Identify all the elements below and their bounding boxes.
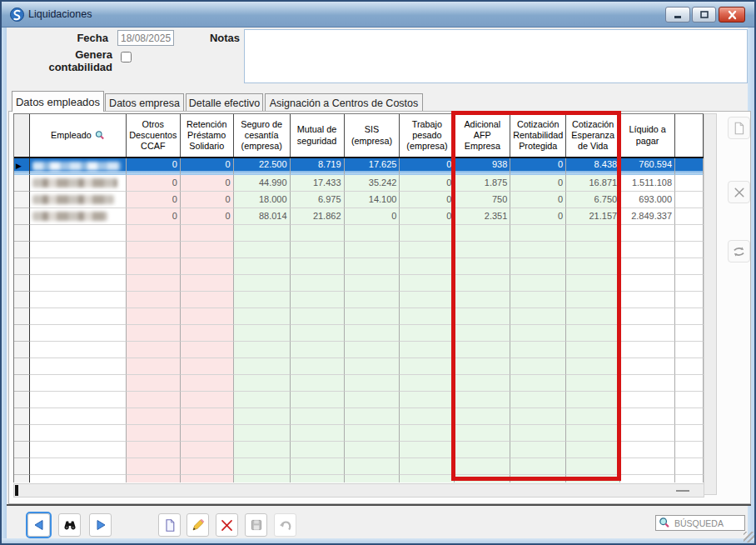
minimize-button[interactable] xyxy=(665,7,690,22)
row-selector-cell[interactable] xyxy=(14,292,30,308)
grid-cell[interactable]: 8.438 xyxy=(566,158,620,175)
grid-cell[interactable]: 0 xyxy=(400,192,455,208)
grid-cell[interactable] xyxy=(181,358,234,375)
grid-row[interactable] xyxy=(14,242,704,258)
grid-cell[interactable]: 44.990 xyxy=(234,175,291,192)
vertical-scrollbar[interactable] xyxy=(704,113,717,495)
grid-cell[interactable]: 0 xyxy=(127,208,181,225)
grid-row[interactable] xyxy=(14,258,704,275)
row-selector-cell[interactable] xyxy=(14,258,30,275)
grid-cell[interactable]: 21.157 xyxy=(566,208,620,225)
grid-cell[interactable] xyxy=(345,425,400,442)
grid-cell[interactable] xyxy=(566,375,620,392)
grid-cell[interactable] xyxy=(455,242,510,258)
grid-cell[interactable] xyxy=(400,258,455,275)
grid-cell[interactable] xyxy=(510,358,566,375)
grid-row[interactable] xyxy=(14,275,704,292)
grid-cell[interactable]: 750 xyxy=(455,192,510,208)
grid-cell[interactable] xyxy=(234,358,291,375)
grid-cell[interactable] xyxy=(620,475,675,482)
grid-cell[interactable] xyxy=(30,242,127,258)
grid-cell[interactable] xyxy=(30,308,127,325)
grid-cell[interactable] xyxy=(234,308,291,325)
grid-cell[interactable] xyxy=(400,358,455,375)
grid-cell[interactable] xyxy=(127,392,181,408)
grid-header-cell-3[interactable]: Seguro decesantía(empresa) xyxy=(234,114,291,157)
grid-row[interactable] xyxy=(14,442,704,458)
grid-cell[interactable] xyxy=(620,325,675,342)
grid-cell[interactable] xyxy=(291,242,345,258)
grid-cell[interactable]: 0 xyxy=(400,175,455,192)
grid-cell[interactable] xyxy=(455,442,510,458)
grid-row[interactable]: 0044.99017.43335.24201.875016.8711.511.1… xyxy=(14,175,704,192)
grid-cell[interactable]: 0 xyxy=(510,158,566,175)
grid-cell[interactable] xyxy=(30,225,127,242)
grid-cell[interactable] xyxy=(400,425,455,442)
grid-cell[interactable] xyxy=(455,258,510,275)
grid-cell[interactable] xyxy=(291,425,345,442)
grid-cell[interactable] xyxy=(620,408,675,425)
grid-cell[interactable] xyxy=(181,225,234,242)
grid-row[interactable] xyxy=(14,292,704,308)
grid-cell[interactable] xyxy=(675,342,704,358)
grid-cell[interactable] xyxy=(30,192,127,208)
grid-cell[interactable] xyxy=(566,458,620,475)
grid-cell[interactable] xyxy=(566,308,620,325)
grid-header-cell-6[interactable]: Trabajopesado(empresa) xyxy=(400,114,455,157)
grid-cell[interactable]: 760.594 xyxy=(620,158,675,175)
grid-cell[interactable] xyxy=(234,292,291,308)
grid-cell[interactable] xyxy=(510,342,566,358)
grid-cell[interactable] xyxy=(566,475,620,482)
row-selector-cell[interactable] xyxy=(14,458,30,475)
grid-cell[interactable] xyxy=(234,408,291,425)
grid-cell[interactable] xyxy=(455,358,510,375)
grid-cell[interactable] xyxy=(455,325,510,342)
grid-header-cell-0[interactable]: Empleado xyxy=(30,114,127,157)
grid-cell[interactable] xyxy=(30,425,127,442)
grid-cell[interactable] xyxy=(30,392,127,408)
grid-cell[interactable] xyxy=(345,258,400,275)
grid-cell[interactable]: 22.500 xyxy=(234,158,291,175)
grid-row[interactable]: 0088.01421.862002.351021.1572.849.337 xyxy=(14,208,704,225)
grid-row[interactable] xyxy=(14,475,704,482)
row-selector-cell[interactable] xyxy=(14,275,30,292)
grid-cell[interactable] xyxy=(455,225,510,242)
grid-cell[interactable] xyxy=(566,225,620,242)
grid-cell[interactable] xyxy=(566,358,620,375)
grid-cell[interactable] xyxy=(620,458,675,475)
grid-cell[interactable] xyxy=(127,458,181,475)
row-selector-cell[interactable] xyxy=(14,208,30,225)
grid-cell[interactable]: 0 xyxy=(181,175,234,192)
grid-row[interactable] xyxy=(14,425,704,442)
grid-cell[interactable] xyxy=(400,325,455,342)
grid-cell[interactable] xyxy=(181,425,234,442)
grid-cell[interactable] xyxy=(30,275,127,292)
grid-cell[interactable] xyxy=(291,292,345,308)
row-selector-cell[interactable] xyxy=(14,225,30,242)
grid-cell[interactable] xyxy=(510,408,566,425)
notas-textarea[interactable] xyxy=(244,29,748,83)
tab-datos-empresa[interactable]: Datos empresa xyxy=(105,93,184,112)
grid-cell[interactable] xyxy=(234,442,291,458)
previous-record-button[interactable] xyxy=(27,513,50,537)
grid-cell[interactable]: 2.849.337 xyxy=(620,208,675,225)
grid-cell[interactable] xyxy=(127,275,181,292)
undo-button[interactable] xyxy=(274,513,296,537)
grid-cell[interactable] xyxy=(181,292,234,308)
grid-header-cell-10[interactable]: Líquido apagar xyxy=(620,114,675,157)
row-selector-cell[interactable] xyxy=(14,425,30,442)
grid-cell[interactable] xyxy=(675,225,704,242)
grid-cell[interactable] xyxy=(400,342,455,358)
grid-cell[interactable] xyxy=(181,258,234,275)
grid-cell[interactable] xyxy=(127,308,181,325)
grid-cell[interactable] xyxy=(675,442,704,458)
grid-cell[interactable] xyxy=(30,175,127,192)
grid-cell[interactable] xyxy=(675,375,704,392)
grid-cell[interactable] xyxy=(566,242,620,258)
grid-cell[interactable] xyxy=(675,192,704,208)
grid-cell[interactable] xyxy=(455,425,510,442)
grid-cell[interactable]: 0 xyxy=(181,192,234,208)
grid-cell[interactable] xyxy=(675,308,704,325)
grid-cell[interactable] xyxy=(181,475,234,482)
grid-cell[interactable] xyxy=(181,375,234,392)
